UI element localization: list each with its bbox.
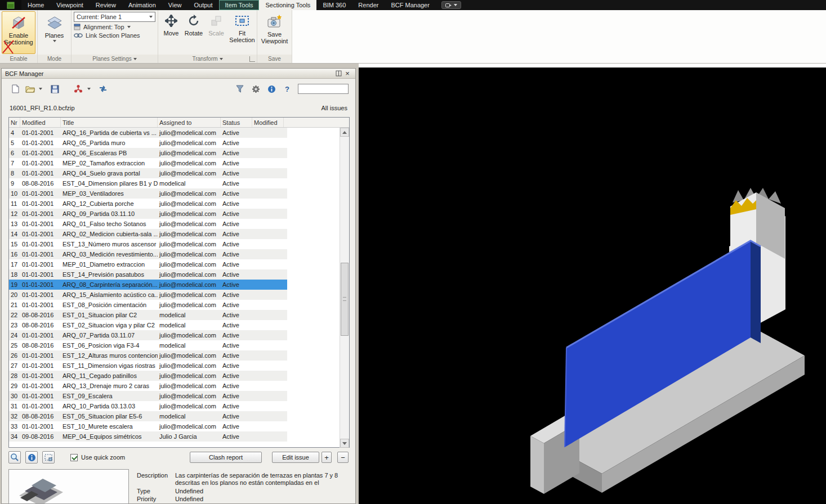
table-row[interactable]: 12 01-01-2001 ARQ_09_Partida 03.11.10 ju… — [9, 209, 287, 219]
group-label-planes-settings[interactable]: Planes Settings — [72, 55, 158, 63]
issues-scope-label[interactable]: All issues — [322, 105, 347, 112]
priority-label: Priority — [137, 496, 156, 502]
ribbon-tab[interactable]: Sectioning Tools — [259, 0, 316, 10]
table-row[interactable]: 17 01-01-2001 MEP_01_Diametro extraccion… — [9, 259, 287, 269]
table-row[interactable]: 18 01-01-2001 EST_14_Previsión pasatubos… — [9, 269, 287, 280]
alignment-button[interactable]: Alignment: Top — [72, 22, 158, 30]
table-row[interactable]: 27 01-01-2001 EST_11_Dimension vigas rio… — [9, 361, 287, 371]
table-row[interactable]: 5 01-01-2001 ARQ_05_Partida muro julio@m… — [9, 138, 287, 148]
planes-button[interactable]: Planes — [39, 11, 69, 54]
zoom-issue-button[interactable] — [8, 451, 21, 464]
table-row[interactable]: 29 01-01-2001 ARQ_13_Drenaje muro 2 cara… — [9, 381, 287, 391]
ribbon-tab[interactable]: BCF Manager — [385, 0, 435, 10]
scroll-down-button[interactable] — [340, 439, 349, 448]
fit-selection-button[interactable]: Fit Selection — [227, 10, 257, 52]
table-row[interactable]: 25 08-08-2016 EST_06_Posicion viga F3-4 … — [9, 340, 287, 350]
move-button[interactable]: Move — [160, 10, 182, 52]
table-row[interactable]: 33 01-01-2001 EST_10_Murete escalera jul… — [9, 421, 287, 431]
select-region-button[interactable] — [42, 451, 55, 464]
column-header-modified2[interactable]: Modified — [252, 118, 284, 127]
table-row[interactable]: 14 01-01-2001 ARQ_02_Medicion cubierta-s… — [9, 229, 287, 239]
table-row[interactable]: 13 01-01-2001 ARQ_01_Falso techo Sotanos… — [9, 219, 287, 229]
ribbon-tab[interactable]: Animation — [122, 0, 162, 10]
cell-title: EST_10_Murete escalera — [61, 423, 158, 430]
sync-button[interactable] — [96, 82, 110, 96]
open-file-dropdown[interactable] — [37, 82, 44, 96]
table-row[interactable]: 22 08-08-2016 EST_01_Situacion pilar C2 … — [9, 310, 287, 320]
panel-dock-button[interactable] — [334, 69, 343, 78]
table-row[interactable]: 7 01-01-2001 MEP_02_Tamaños extraccion j… — [9, 158, 287, 168]
scrollbar-thumb[interactable] — [341, 263, 349, 336]
column-header-assigned-to[interactable]: Assigned to — [158, 118, 221, 127]
open-file-button[interactable] — [23, 82, 37, 96]
column-header-title[interactable]: Title — [61, 118, 158, 127]
table-row[interactable]: 20 01-01-2001 ARQ_15_Aislamiento acústic… — [9, 290, 287, 300]
cell-status: Active — [221, 160, 252, 166]
table-row[interactable]: 28 01-01-2001 ARQ_11_Cegado patinillos j… — [9, 371, 287, 381]
save-viewpoint-button[interactable]: Save Viewpoint — [259, 11, 290, 54]
table-row[interactable]: 16 01-01-2001 ARQ_03_Medición revestimie… — [9, 249, 287, 259]
table-row[interactable]: 4 01-01-2001 ARQ_16_Partida de cubierta … — [9, 128, 287, 138]
current-plane-select[interactable]: Current: Plane 1 — [74, 12, 155, 22]
filter-button[interactable] — [233, 82, 247, 96]
cell-nr: 16 — [9, 251, 20, 258]
table-row[interactable]: 23 08-08-2016 EST_02_Situacion viga y pi… — [9, 320, 287, 330]
cell-assigned-to: julio@modelical.com — [158, 170, 221, 177]
ribbon-tab[interactable]: BIM 360 — [316, 0, 352, 10]
remove-issue-button[interactable]: − — [337, 452, 349, 463]
connect-button[interactable] — [72, 82, 85, 96]
ribbon-tab[interactable]: Item Tools — [219, 0, 260, 10]
ribbon-tab[interactable]: Home — [21, 0, 50, 10]
rotate-button[interactable]: Rotate — [182, 10, 205, 52]
ribbon-tab[interactable]: Viewpoint — [50, 0, 90, 10]
ribbon-tab[interactable]: Render — [352, 0, 385, 10]
cell-modified: 01-01-2001 — [20, 393, 61, 399]
table-row[interactable]: 15 01-01-2001 EST_13_Número muros ascens… — [9, 239, 287, 249]
dialog-launcher-icon[interactable] — [249, 56, 255, 62]
scale-button[interactable]: Scale — [205, 10, 227, 52]
save-file-button[interactable] — [48, 82, 61, 96]
table-row[interactable]: 6 01-01-2001 ARQ_06_Escaleras PB julio@m… — [9, 148, 287, 158]
table-row[interactable]: 26 01-01-2001 EST_12_Alturas muros conte… — [9, 350, 287, 361]
description-label: Description — [137, 472, 168, 479]
cell-title: ARQ_02_Medicion cubierta-sala ... — [61, 231, 158, 237]
new-file-button[interactable] — [8, 82, 22, 96]
add-issue-button[interactable]: + — [322, 452, 332, 463]
settings-button[interactable] — [249, 82, 262, 96]
edit-issue-button[interactable]: Edit issue — [272, 452, 319, 463]
table-row[interactable]: 31 01-01-2001 ARQ_10_Partida 03.13.03 ju… — [9, 401, 287, 411]
table-row[interactable]: 10 01-01-2001 MEP_03_Ventiladores julio@… — [9, 188, 287, 199]
column-header-modified[interactable]: Modified — [20, 118, 61, 127]
column-header-nr[interactable]: Nr — [9, 118, 20, 127]
application-menu-button[interactable] — [0, 0, 21, 10]
issue-thumbnail[interactable] — [8, 469, 129, 504]
column-header-status[interactable]: Status — [221, 118, 252, 127]
scroll-up-button[interactable] — [340, 128, 349, 137]
link-section-planes-button[interactable]: Link Section Planes — [72, 30, 158, 39]
panel-close-button[interactable]: × — [343, 69, 352, 78]
quick-zoom-checkbox[interactable] — [70, 454, 78, 461]
viewport-3d[interactable] — [359, 68, 826, 504]
issue-info-button[interactable] — [25, 451, 38, 464]
table-row[interactable]: 9 08-08-2016 EST_04_Dimension pilares B1… — [9, 178, 287, 188]
group-label-transform[interactable]: Transform — [158, 55, 257, 63]
table-scrollbar[interactable] — [340, 128, 349, 448]
table-row[interactable]: 24 01-01-2001 ARQ_07_Partida 03.11.07 ju… — [9, 330, 287, 340]
ribbon-overflow-button[interactable] — [441, 1, 461, 9]
table-row[interactable]: 30 01-01-2001 EST_09_Escalera julio@mode… — [9, 391, 287, 401]
help-button[interactable]: ? — [280, 82, 294, 96]
connect-dropdown[interactable] — [85, 82, 92, 96]
ribbon-tab[interactable]: Review — [90, 0, 122, 10]
clash-report-button[interactable]: Clash report — [190, 452, 262, 463]
ribbon-tab[interactable]: View — [162, 0, 188, 10]
panel-title-bar[interactable]: BCF Manager × — [2, 69, 355, 79]
table-row[interactable]: 21 01-01-2001 EST_08_Posición cimentació… — [9, 300, 287, 310]
search-input[interactable] — [298, 84, 349, 94]
table-row[interactable]: 34 09-08-2016 MEP_04_Equipos simétricos … — [9, 431, 287, 442]
info-button[interactable] — [265, 82, 278, 96]
ribbon-tab[interactable]: Output — [188, 0, 219, 10]
table-row[interactable]: 8 01-01-2001 ARQ_04_Suelo grava portal j… — [9, 168, 287, 178]
table-row[interactable]: 32 08-08-2016 EST_05_Situacion pilar E5-… — [9, 411, 287, 421]
table-row[interactable]: 19 01-01-2001 ARQ_08_Carpintería separac… — [9, 280, 287, 290]
table-row[interactable]: 11 01-01-2001 ARQ_12_Cubierta porche jul… — [9, 199, 287, 209]
